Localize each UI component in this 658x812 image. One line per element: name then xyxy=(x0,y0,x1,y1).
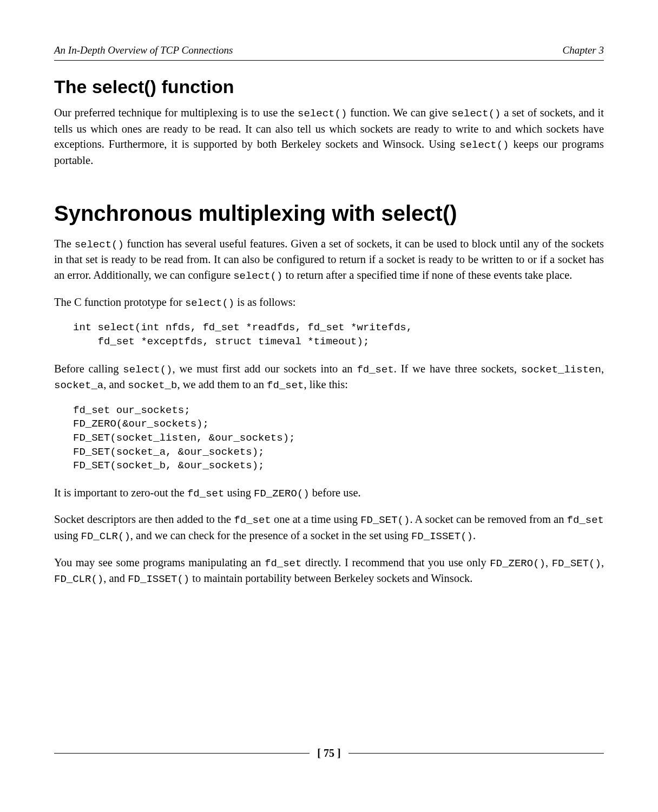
code-inline: fd_set xyxy=(267,379,304,391)
code-inline: select() xyxy=(185,297,234,309)
code-inline: socket_listen xyxy=(521,364,601,376)
code-block-fdset-example: fd_set our_sockets; FD_ZERO(&our_sockets… xyxy=(73,404,604,473)
code-inline: FD_ISSET() xyxy=(128,573,189,585)
code-block-select-prototype: int select(int nfds, fd_set *readfds, fd… xyxy=(73,321,604,349)
code-inline: select() xyxy=(75,239,124,251)
code-inline: fd_set xyxy=(265,558,301,569)
code-inline: select() xyxy=(298,108,347,120)
footer-rule-left xyxy=(54,753,310,754)
paragraph: You may see some programs manipulating a… xyxy=(54,555,604,587)
code-inline: fd_set xyxy=(567,514,604,526)
code-inline: FD_CLR() xyxy=(81,531,130,542)
footer-rule-right xyxy=(348,753,604,754)
paragraph: It is important to zero-out the fd_set u… xyxy=(54,485,604,501)
header-right: Chapter 3 xyxy=(562,43,604,58)
paragraph: Socket descriptors are then added to the… xyxy=(54,512,604,543)
code-inline: FD_ISSET() xyxy=(411,531,473,542)
code-inline: fd_set xyxy=(357,364,393,376)
code-inline: select() xyxy=(459,139,509,151)
code-inline: FD_SET() xyxy=(360,514,410,526)
code-inline: select() xyxy=(451,108,501,120)
paragraph: The select() function has several useful… xyxy=(54,236,604,284)
paragraph: Before calling select(), we must first a… xyxy=(54,361,604,393)
page-number: [ 75 ] xyxy=(317,745,340,761)
paragraph: The C function prototype for select() is… xyxy=(54,294,604,311)
code-inline: select() xyxy=(233,270,282,282)
code-inline: socket_b xyxy=(128,379,177,391)
code-inline: fd_set xyxy=(187,488,224,500)
section-heading-synchronous-multiplexing: Synchronous multiplexing with select() xyxy=(54,198,604,228)
header-left: An In-Depth Overview of TCP Connections xyxy=(54,43,233,58)
paragraph: Our preferred technique for multiplexing… xyxy=(54,105,604,168)
code-inline: select() xyxy=(123,364,172,376)
code-inline: fd_set xyxy=(234,514,271,526)
code-inline: socket_a xyxy=(54,379,103,391)
code-inline: FD_ZERO() xyxy=(254,488,310,500)
section-heading-select-function: The select() function xyxy=(54,74,604,100)
code-inline: FD_SET() xyxy=(552,558,601,569)
page-footer: [ 75 ] xyxy=(54,745,604,761)
code-inline: FD_CLR() xyxy=(54,573,103,585)
code-inline: FD_ZERO() xyxy=(490,558,545,569)
page-header: An In-Depth Overview of TCP Connections … xyxy=(54,43,604,61)
